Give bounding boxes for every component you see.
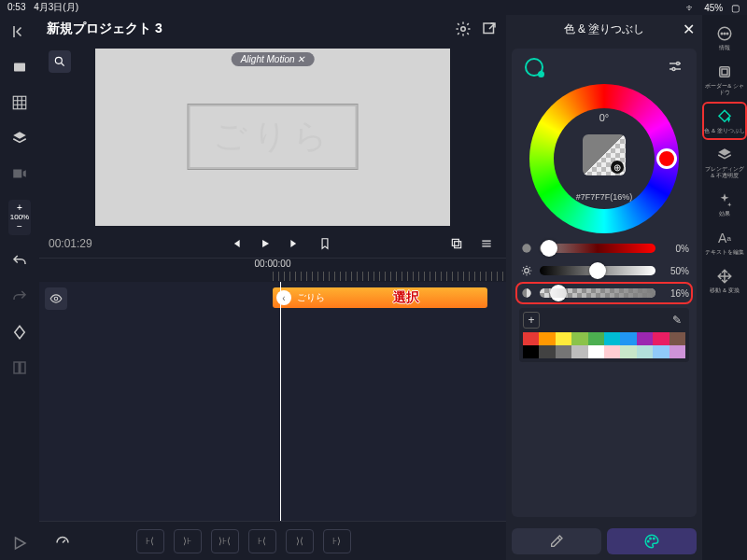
play-icon[interactable] bbox=[255, 233, 275, 254]
menu-icon[interactable] bbox=[476, 233, 497, 254]
watermark-badge[interactable]: Alight Motion ✕ bbox=[232, 52, 315, 66]
info-tab[interactable]: 情報 bbox=[704, 21, 745, 55]
palette-swatch[interactable] bbox=[653, 345, 669, 358]
skip-start-icon[interactable] bbox=[225, 233, 246, 254]
color-swatch[interactable]: ⊕ bbox=[583, 134, 626, 175]
palette-swatch[interactable] bbox=[571, 345, 587, 358]
timecode: 00:01:29 bbox=[49, 237, 114, 250]
playhead[interactable] bbox=[280, 282, 281, 521]
eyedropper-icon[interactable] bbox=[512, 528, 601, 554]
canvas[interactable]: Alight Motion ✕ ごりら bbox=[95, 49, 450, 226]
palette-swatch[interactable] bbox=[571, 332, 587, 345]
settings-icon[interactable] bbox=[454, 20, 472, 38]
saturation-icon bbox=[519, 241, 534, 256]
zoom-control[interactable]: + 100% − bbox=[8, 200, 31, 235]
palette-row-1[interactable] bbox=[523, 332, 685, 345]
palette-row-2[interactable] bbox=[523, 345, 685, 358]
trim-end-icon[interactable]: ⊦⟩ bbox=[323, 529, 351, 553]
copy-icon[interactable] bbox=[446, 233, 467, 254]
palette-swatch[interactable] bbox=[539, 332, 555, 345]
speed-icon[interactable] bbox=[49, 529, 77, 553]
palette-swatch[interactable] bbox=[637, 332, 653, 345]
play-outline-icon[interactable] bbox=[10, 534, 29, 553]
svg-point-13 bbox=[525, 269, 529, 273]
palette-swatch[interactable] bbox=[637, 345, 653, 358]
svg-rect-3 bbox=[21, 362, 25, 373]
lightness-value: 50% bbox=[661, 266, 689, 276]
timeline-clip[interactable]: ‹ ごりら 選択 bbox=[273, 287, 487, 308]
svg-point-11 bbox=[672, 68, 675, 71]
palette-swatch[interactable] bbox=[669, 345, 685, 358]
trim-in-icon[interactable]: ⟩⊦ bbox=[174, 529, 202, 553]
color-wheel[interactable]: 0° ⊕ #7F7F7F(16%) bbox=[529, 84, 679, 233]
opacity-slider[interactable]: 16% bbox=[519, 286, 689, 301]
split-clip-icon[interactable]: ⟩⊦⟨ bbox=[211, 529, 239, 553]
search-icon[interactable] bbox=[49, 50, 71, 73]
svg-point-16 bbox=[650, 538, 652, 539]
effects-tab[interactable]: 効果 bbox=[704, 187, 745, 221]
saturation-slider[interactable]: 0% bbox=[519, 241, 689, 256]
hex-label: #7F7F7F(16%) bbox=[576, 192, 633, 202]
camera-off-icon[interactable] bbox=[10, 164, 29, 183]
palette-swatch[interactable] bbox=[604, 345, 620, 358]
palette-swatch[interactable] bbox=[620, 332, 636, 345]
zoom-out-icon[interactable]: − bbox=[10, 222, 29, 231]
palette-swatch[interactable] bbox=[556, 345, 571, 358]
trim-out-icon[interactable]: ⟩⟨ bbox=[286, 529, 314, 553]
clip-handle-icon[interactable]: ‹ bbox=[276, 290, 291, 305]
bookmark-icon[interactable] bbox=[315, 233, 335, 254]
keyframe-icon[interactable] bbox=[10, 323, 29, 342]
palette-swatch[interactable] bbox=[588, 332, 604, 345]
palette-swatch[interactable] bbox=[556, 332, 571, 345]
palette-swatch[interactable] bbox=[669, 332, 685, 345]
export-icon[interactable] bbox=[480, 20, 499, 38]
palette-swatch[interactable] bbox=[620, 345, 636, 358]
main-area: 新規プロジェクト 3 Alight Motion ✕ ごりら 00:01:29 … bbox=[39, 15, 506, 560]
palette-swatch[interactable] bbox=[653, 332, 669, 345]
add-color-icon[interactable]: ⊕ bbox=[611, 161, 624, 174]
grid-icon[interactable] bbox=[10, 93, 29, 112]
ruler-timecode: 00:00:00 bbox=[255, 259, 291, 269]
zoom-in-icon[interactable]: + bbox=[10, 203, 29, 213]
border-icon bbox=[715, 63, 734, 81]
edit-palette-icon[interactable]: ✎ bbox=[669, 312, 685, 329]
hue-cursor[interactable] bbox=[656, 148, 677, 169]
color-panel: 色 & 塗りつぶし ✕ 0° ⊕ #7F7F7F(16%) 0% bbox=[506, 15, 702, 560]
text-element[interactable]: ごりら bbox=[189, 105, 358, 169]
trim-start-icon[interactable]: ⊦⟨ bbox=[136, 529, 164, 553]
time-ruler[interactable]: 00:00:00 bbox=[39, 258, 506, 282]
rectangle-icon[interactable] bbox=[10, 58, 29, 77]
status-date: 4月3日(月) bbox=[34, 2, 78, 12]
visibility-icon[interactable] bbox=[45, 287, 67, 310]
lightness-slider[interactable]: 50% bbox=[519, 263, 689, 278]
color-palette: + ✎ bbox=[519, 308, 689, 362]
text-tab[interactable]: Aa テキストを編集 bbox=[704, 225, 745, 259]
adjust-icon[interactable] bbox=[667, 58, 684, 77]
split-icon[interactable] bbox=[10, 358, 29, 377]
blend-tab[interactable]: ブレンディング & 不透明度 bbox=[704, 142, 745, 183]
join-icon[interactable]: ⊦⟨ bbox=[248, 529, 276, 553]
fill-tab[interactable]: 色 & 塗りつぶし bbox=[704, 104, 745, 138]
layers-icon[interactable] bbox=[10, 129, 29, 147]
palette-swatch[interactable] bbox=[604, 332, 620, 345]
redo-icon[interactable] bbox=[10, 287, 29, 306]
transport-bar: 00:01:29 bbox=[39, 230, 506, 258]
svg-rect-5 bbox=[484, 23, 494, 34]
palette-swatch[interactable] bbox=[539, 345, 555, 358]
transform-tab[interactable]: 移動 & 変換 bbox=[704, 263, 745, 298]
skip-end-icon[interactable] bbox=[285, 233, 305, 254]
border-tab[interactable]: ボーダー& シャドウ bbox=[704, 59, 745, 100]
palette-swatch[interactable] bbox=[523, 332, 539, 345]
palette-swatch[interactable] bbox=[588, 345, 604, 358]
add-swatch-icon[interactable]: + bbox=[523, 312, 540, 329]
palette-swatch[interactable] bbox=[523, 345, 539, 358]
palette-mode-icon[interactable] bbox=[607, 528, 697, 554]
svg-point-12 bbox=[522, 244, 530, 252]
color-mode-icon[interactable] bbox=[525, 58, 543, 77]
undo-icon[interactable] bbox=[10, 252, 29, 271]
back-icon[interactable] bbox=[10, 22, 29, 41]
left-toolbar: + 100% − bbox=[0, 15, 39, 560]
close-icon[interactable]: ✕ bbox=[683, 21, 695, 38]
opacity-icon bbox=[519, 286, 534, 301]
timeline[interactable]: ‹ ごりら 選択 bbox=[39, 282, 506, 521]
